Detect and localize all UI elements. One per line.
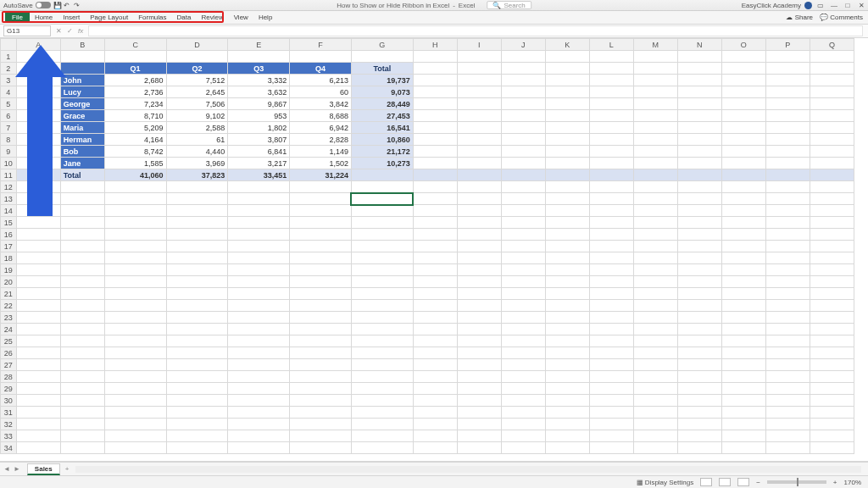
cell[interactable]	[810, 122, 854, 134]
cell[interactable]	[351, 347, 413, 359]
cell[interactable]	[501, 336, 545, 347]
cell[interactable]	[633, 217, 677, 229]
cell[interactable]	[166, 430, 228, 442]
cell[interactable]	[721, 407, 765, 419]
cell[interactable]	[810, 169, 854, 181]
col-header[interactable]: F	[290, 39, 352, 51]
cell[interactable]	[765, 181, 810, 193]
cell[interactable]	[228, 419, 290, 430]
cell[interactable]	[677, 371, 721, 383]
cell[interactable]: Jane	[60, 158, 104, 169]
cell[interactable]	[60, 51, 104, 63]
cell[interactable]	[351, 383, 413, 395]
cell[interactable]	[810, 217, 854, 229]
col-header[interactable]: E	[228, 39, 290, 51]
cell[interactable]	[677, 217, 721, 229]
cell[interactable]	[633, 193, 677, 205]
cell[interactable]	[457, 193, 501, 205]
cell[interactable]	[60, 312, 104, 324]
cell[interactable]	[633, 158, 677, 169]
cell[interactable]	[589, 98, 633, 110]
save-icon[interactable]: 💾	[53, 2, 61, 9]
view-page-layout-icon[interactable]	[719, 478, 731, 486]
cell[interactable]	[633, 276, 677, 288]
cell[interactable]	[413, 371, 457, 383]
cell[interactable]	[166, 300, 228, 312]
cell[interactable]	[457, 419, 501, 430]
cell[interactable]	[290, 193, 352, 205]
cell[interactable]	[228, 276, 290, 288]
cell[interactable]	[228, 324, 290, 336]
zoom-level[interactable]: 170%	[844, 479, 861, 486]
cell[interactable]: 9,867	[228, 98, 290, 110]
cell[interactable]	[228, 407, 290, 419]
undo-icon[interactable]: ↶	[64, 2, 71, 9]
cell[interactable]	[457, 86, 501, 98]
cell[interactable]	[290, 419, 352, 430]
col-header[interactable]: D	[166, 39, 228, 51]
cell[interactable]	[166, 442, 228, 454]
col-header[interactable]: B	[60, 39, 104, 51]
cell[interactable]	[166, 407, 228, 419]
cell[interactable]	[589, 134, 633, 146]
cell[interactable]	[765, 276, 810, 288]
cell[interactable]	[765, 383, 810, 395]
row-header[interactable]: 3	[1, 75, 17, 86]
cell[interactable]	[104, 430, 166, 442]
cell[interactable]	[457, 347, 501, 359]
cell[interactable]	[545, 205, 589, 217]
cell[interactable]	[545, 134, 589, 146]
cell[interactable]	[765, 241, 810, 252]
display-settings-button[interactable]: ▦ Display Settings	[637, 479, 694, 486]
cell[interactable]	[457, 241, 501, 252]
cell[interactable]	[16, 252, 60, 264]
cell[interactable]	[677, 205, 721, 217]
cell[interactable]	[290, 347, 352, 359]
cell[interactable]	[765, 217, 810, 229]
cell[interactable]	[633, 98, 677, 110]
sheet-prev-icon[interactable]: ◄	[3, 465, 10, 473]
cell[interactable]	[765, 395, 810, 407]
cell[interactable]	[545, 217, 589, 229]
row-header[interactable]: 28	[1, 371, 17, 383]
cell[interactable]	[351, 371, 413, 383]
cell[interactable]	[166, 419, 228, 430]
cell[interactable]	[351, 51, 413, 63]
cell[interactable]	[16, 347, 60, 359]
cell[interactable]	[721, 122, 765, 134]
cell[interactable]	[457, 371, 501, 383]
cell[interactable]	[16, 181, 60, 193]
cell[interactable]	[60, 181, 104, 193]
tab-view[interactable]: View	[229, 12, 253, 23]
cell[interactable]	[413, 347, 457, 359]
cell[interactable]	[413, 86, 457, 98]
cell[interactable]	[721, 324, 765, 336]
cell[interactable]	[589, 288, 633, 300]
cell[interactable]	[60, 359, 104, 371]
cell[interactable]	[16, 122, 60, 134]
cell[interactable]	[413, 324, 457, 336]
cell[interactable]	[677, 347, 721, 359]
cell[interactable]	[501, 110, 545, 122]
cell[interactable]	[351, 241, 413, 252]
zoom-in-button[interactable]: +	[833, 479, 837, 486]
cell[interactable]	[633, 419, 677, 430]
cell[interactable]: 1,802	[228, 122, 290, 134]
cell[interactable]	[633, 51, 677, 63]
cell[interactable]	[721, 193, 765, 205]
cell[interactable]: Q4	[290, 63, 352, 75]
cell[interactable]	[457, 359, 501, 371]
cell[interactable]	[810, 430, 854, 442]
col-header[interactable]: A	[16, 39, 60, 51]
cell[interactable]	[810, 51, 854, 63]
cell[interactable]	[290, 264, 352, 276]
cell[interactable]	[457, 324, 501, 336]
cell[interactable]	[589, 419, 633, 430]
col-header[interactable]: J	[501, 39, 545, 51]
cell[interactable]	[589, 181, 633, 193]
cell[interactable]	[633, 75, 677, 86]
cell[interactable]	[721, 75, 765, 86]
cell[interactable]	[501, 158, 545, 169]
cell[interactable]	[633, 110, 677, 122]
cell[interactable]	[765, 336, 810, 347]
